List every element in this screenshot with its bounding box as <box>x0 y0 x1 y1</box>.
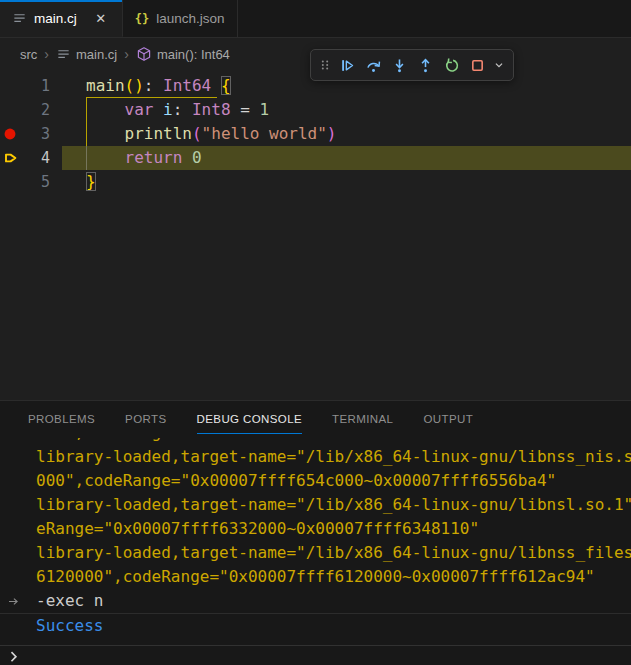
editor-tab-bar: main.cj✕{}launch.json <box>0 0 631 38</box>
file-lines-icon <box>12 11 27 26</box>
code-line-content: var i: Int8 = 1 <box>86 98 269 122</box>
code-token: Int64 <box>163 76 211 95</box>
code-token <box>153 100 163 119</box>
console-log-line: 000",codeRange="0x00007ffff654c000~0x000… <box>0 469 631 493</box>
tab-label: launch.json <box>156 11 224 26</box>
step-over <box>365 57 382 74</box>
code-line-content: main(): Int64 { <box>86 74 231 98</box>
step-into-button[interactable] <box>386 52 412 78</box>
console-log-line: library-loaded,target-name="/lib/x86_64-… <box>0 541 631 565</box>
code-line-content: } <box>86 170 96 194</box>
console-log-line: library-loaded,target-name="/lib/x86_64-… <box>0 445 631 469</box>
symbol-method-icon <box>136 46 152 62</box>
breadcrumb-label: main.cj <box>76 47 117 62</box>
file-lines-icon <box>56 47 71 62</box>
breadcrumb-separator: › <box>44 46 49 62</box>
stop-button[interactable] <box>464 52 490 78</box>
drag-handle[interactable] <box>316 52 334 78</box>
editor-tab-main-cj[interactable]: main.cj✕ <box>0 0 123 37</box>
code-token <box>211 76 221 95</box>
code-token: } <box>86 172 96 191</box>
prompt-chevron-icon <box>7 649 21 663</box>
panel-tab-ports[interactable]: PORTS <box>125 404 166 434</box>
code-token: i <box>163 100 173 119</box>
chevron-down <box>492 58 506 72</box>
line-number: 3 <box>0 122 50 146</box>
editor-lines: 1main(): Int64 {2 var i: Int8 = 13 print… <box>0 74 631 194</box>
breadcrumb-separator: › <box>124 46 129 62</box>
code-line-content: println("hello world") <box>86 122 336 146</box>
step-out <box>417 57 434 74</box>
step-over-button[interactable] <box>360 52 386 78</box>
console-log-line: eRange="0x00007ffff6332000~0x00007ffff63… <box>0 517 631 541</box>
code-token: = <box>231 100 260 119</box>
console-log-line: 6120000",codeRange="0x00007ffff6120000~0… <box>0 565 631 589</box>
code-token <box>86 148 125 167</box>
breadcrumb-label: src <box>20 47 37 62</box>
editor-line-4[interactable]: 4 return 0 <box>0 146 631 170</box>
code-token: : <box>144 76 163 95</box>
code-token: return <box>125 148 183 167</box>
code-token: : <box>173 100 192 119</box>
line-number: 1 <box>0 74 50 98</box>
console-command-text: -exec n <box>36 591 103 610</box>
code-token: println <box>125 124 192 143</box>
tab-close-icon[interactable]: ✕ <box>92 9 110 27</box>
line-number: 2 <box>0 98 50 122</box>
code-token: { <box>221 76 231 95</box>
session-dropdown[interactable] <box>490 52 508 78</box>
bottom-panel: PROBLEMSPORTSDEBUG CONSOLETERMINALOUTPUT… <box>0 400 631 665</box>
code-token: Int8 <box>192 100 231 119</box>
tab-label: main.cj <box>34 11 77 26</box>
debug-console-output[interactable]: 000",codeRange="0x00007ffff6570000~0x000… <box>0 438 631 645</box>
step-out-button[interactable] <box>412 52 438 78</box>
code-token <box>86 124 125 143</box>
restart <box>443 57 460 74</box>
console-log-line: library-loaded,target-name="/lib/x86_64-… <box>0 493 631 517</box>
breadcrumb-item-main-cj[interactable]: main.cj <box>56 47 117 62</box>
editor-line-2[interactable]: 2 var i: Int8 = 1 <box>0 98 631 122</box>
code-token: ( <box>192 124 202 143</box>
breadcrumb-item-main-Int64[interactable]: main(): Int64 <box>136 46 230 62</box>
breadcrumb-item-src[interactable]: src <box>20 47 37 62</box>
restart-button[interactable] <box>438 52 464 78</box>
code-token: () <box>125 76 144 95</box>
console-result-line: Success <box>0 613 631 638</box>
stop <box>469 57 486 74</box>
debug-console-input-row[interactable] <box>0 645 631 665</box>
panel-tab-problems[interactable]: PROBLEMS <box>28 404 95 434</box>
console-input-arrow-icon <box>7 594 21 608</box>
panel-tab-bar: PROBLEMSPORTSDEBUG CONSOLETERMINALOUTPUT <box>0 401 631 437</box>
gripper <box>318 57 332 73</box>
line-number: 4 <box>0 146 50 170</box>
console-command-line: -exec n <box>0 589 631 613</box>
editor-tab-launch-json[interactable]: {}launch.json <box>123 0 238 37</box>
code-token <box>182 148 192 167</box>
continue <box>339 57 356 74</box>
console-line-text: 000",codeRange="0x00007ffff6570000~0x000… <box>36 438 631 445</box>
breadcrumb-label: main(): Int64 <box>157 47 230 62</box>
code-editor[interactable]: 1main(): Int64 {2 var i: Int8 = 13 print… <box>0 70 631 400</box>
editor-line-5[interactable]: 5} <box>0 170 631 194</box>
json-braces-icon: {} <box>135 12 149 26</box>
panel-tab-debug-console[interactable]: DEBUG CONSOLE <box>197 404 303 434</box>
code-token <box>86 100 125 119</box>
code-token: ) <box>327 124 337 143</box>
code-line-content: return 0 <box>86 146 202 170</box>
step-into <box>391 57 408 74</box>
vscode-debug-window: main.cj✕{}launch.json src›main.cj›main()… <box>0 0 631 665</box>
debug-toolbar <box>310 49 514 81</box>
code-token: "hello world" <box>202 124 327 143</box>
console-line-clipped: 000",codeRange="0x00007ffff6570000~0x000… <box>0 438 631 445</box>
continue-button[interactable] <box>334 52 360 78</box>
code-token: var <box>125 100 154 119</box>
code-token: 1 <box>259 100 269 119</box>
code-token: main <box>86 76 125 95</box>
panel-tab-output[interactable]: OUTPUT <box>423 404 473 434</box>
code-token: 0 <box>192 148 202 167</box>
editor-line-3[interactable]: 3 println("hello world") <box>0 122 631 146</box>
line-number: 5 <box>0 170 50 194</box>
panel-tab-terminal[interactable]: TERMINAL <box>332 404 393 434</box>
